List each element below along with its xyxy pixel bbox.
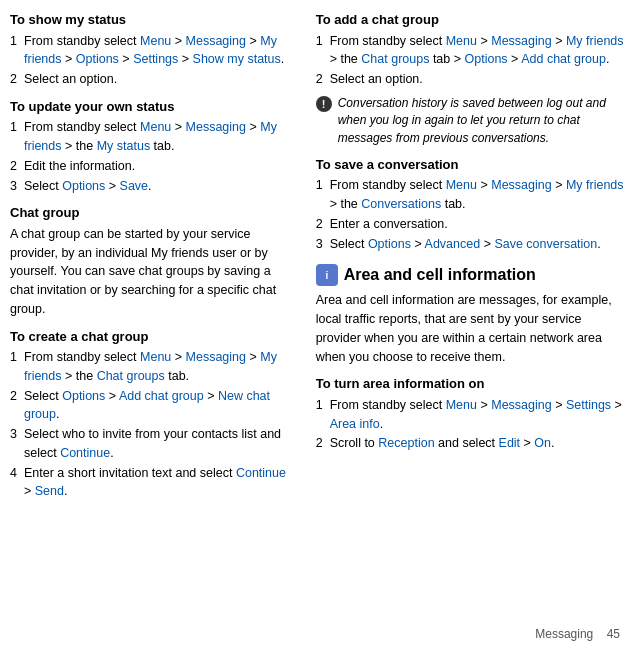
note-text: Conversation history is saved between lo…	[338, 95, 626, 147]
section-save-conv-title: To save a conversation	[316, 155, 626, 175]
note-icon: !	[316, 96, 332, 112]
section-create-chat-title: To create a chat group	[10, 327, 292, 347]
step-text: From standby select Menu > Messaging > M…	[330, 32, 626, 70]
link-menu: Menu	[446, 34, 477, 48]
link-messaging: Messaging	[186, 34, 246, 48]
link-chatgroups: Chat groups	[97, 369, 165, 383]
step-text: Select an option.	[24, 70, 292, 89]
step-num: 3	[10, 425, 24, 463]
section-update-status-title: To update your own status	[10, 97, 292, 117]
step-num: 2	[316, 434, 330, 453]
step-text: From standby select Menu > Messaging > M…	[24, 348, 292, 386]
step-create-chat-2: 2 Select Options > Add chat group > New …	[10, 387, 292, 425]
step-show-status-1: 1 From standby select Menu > Messaging >…	[10, 32, 292, 70]
link-messaging: Messaging	[186, 120, 246, 134]
step-text: Select Options > Save.	[24, 177, 292, 196]
link-menu: Menu	[140, 34, 171, 48]
step-text: Enter a short invitation text and select…	[24, 464, 292, 502]
link-messaging: Messaging	[491, 398, 551, 412]
link-addchatgroup: Add chat group	[119, 389, 204, 403]
link-chatgroups-tab: Chat groups	[361, 52, 429, 66]
area-cell-body: Area and cell information are messages, …	[316, 291, 626, 366]
link-edit: Edit	[499, 436, 521, 450]
step-show-status-2: 2 Select an option.	[10, 70, 292, 89]
step-create-chat-4: 4 Enter a short invitation text and sele…	[10, 464, 292, 502]
link-myfriends: My friends	[566, 34, 624, 48]
area-cell-heading: i Area and cell information	[316, 263, 626, 287]
left-column: To show my status 1 From standby select …	[10, 10, 306, 623]
step-save-conv-3: 3 Select Options > Advanced > Save conve…	[316, 235, 626, 254]
step-save-conv-1: 1 From standby select Menu > Messaging >…	[316, 176, 626, 214]
section-show-status-title: To show my status	[10, 10, 292, 30]
step-text: From standby select Menu > Messaging > M…	[330, 176, 626, 214]
step-text: From standby select Menu > Messaging > S…	[330, 396, 626, 434]
right-column: To add a chat group 1 From standby selec…	[306, 10, 626, 623]
info-icon: i	[320, 268, 334, 282]
link-continue: Continue	[60, 446, 110, 460]
page: To show my status 1 From standby select …	[0, 0, 636, 653]
step-num: 1	[316, 176, 330, 214]
footer-page: 45	[607, 627, 620, 641]
footer-section: Messaging	[535, 627, 593, 641]
step-num: 1	[10, 118, 24, 156]
step-update-status-3: 3 Select Options > Save.	[10, 177, 292, 196]
link-options: Options	[62, 389, 105, 403]
step-save-conv-2: 2 Enter a conversation.	[316, 215, 626, 234]
step-text: Enter a conversation.	[330, 215, 626, 234]
area-cell-icon: i	[316, 264, 338, 286]
link-on: On	[534, 436, 551, 450]
step-area-info-1: 1 From standby select Menu > Messaging >…	[316, 396, 626, 434]
footer: Messaging 45	[0, 623, 636, 643]
link-menu: Menu	[140, 120, 171, 134]
step-text: Select an option.	[330, 70, 626, 89]
link-messaging: Messaging	[186, 350, 246, 364]
link-options: Options	[62, 179, 105, 193]
step-num: 1	[10, 348, 24, 386]
link-reception: Reception	[378, 436, 434, 450]
step-num: 1	[316, 396, 330, 434]
step-add-chat-2: 2 Select an option.	[316, 70, 626, 89]
step-text: Select who to invite from your contacts …	[24, 425, 292, 463]
link-myfriends: My friends	[566, 178, 624, 192]
link-mystatus-tab: My status	[97, 139, 151, 153]
section-area-info-title: To turn area information on	[316, 374, 626, 394]
step-num: 2	[316, 70, 330, 89]
link-continue: Continue	[236, 466, 286, 480]
link-settings: Settings	[133, 52, 178, 66]
link-menu: Menu	[140, 350, 171, 364]
link-options: Options	[368, 237, 411, 251]
step-create-chat-3: 3 Select who to invite from your contact…	[10, 425, 292, 463]
section-chat-group-title: Chat group	[10, 203, 292, 223]
area-cell-title: Area and cell information	[344, 263, 536, 287]
step-num: 1	[316, 32, 330, 70]
link-menu: Menu	[446, 178, 477, 192]
link-showmystatus: Show my status	[193, 52, 281, 66]
link-options: Options	[465, 52, 508, 66]
section-add-chat-title: To add a chat group	[316, 10, 626, 30]
link-menu: Menu	[446, 398, 477, 412]
link-conversations-tab: Conversations	[361, 197, 441, 211]
step-num: 2	[316, 215, 330, 234]
step-text: Scroll to Reception and select Edit > On…	[330, 434, 626, 453]
step-area-info-2: 2 Scroll to Reception and select Edit > …	[316, 434, 626, 453]
link-advanced: Advanced	[425, 237, 481, 251]
svg-text:i: i	[325, 270, 328, 281]
link-saveconversation: Save conversation	[494, 237, 597, 251]
step-num: 4	[10, 464, 24, 502]
step-num: 3	[10, 177, 24, 196]
step-text: From standby select Menu > Messaging > M…	[24, 118, 292, 156]
link-areainfo: Area info	[330, 417, 380, 431]
link-settings: Settings	[566, 398, 611, 412]
step-create-chat-1: 1 From standby select Menu > Messaging >…	[10, 348, 292, 386]
link-messaging: Messaging	[491, 178, 551, 192]
link-send: Send	[35, 484, 64, 498]
step-update-status-2: 2 Edit the information.	[10, 157, 292, 176]
step-text: From standby select Menu > Messaging > M…	[24, 32, 292, 70]
step-add-chat-1: 1 From standby select Menu > Messaging >…	[316, 32, 626, 70]
link-messaging: Messaging	[491, 34, 551, 48]
columns: To show my status 1 From standby select …	[0, 10, 636, 623]
link-addchatgroup: Add chat group	[521, 52, 606, 66]
step-update-status-1: 1 From standby select Menu > Messaging >…	[10, 118, 292, 156]
step-num: 2	[10, 387, 24, 425]
step-num: 1	[10, 32, 24, 70]
